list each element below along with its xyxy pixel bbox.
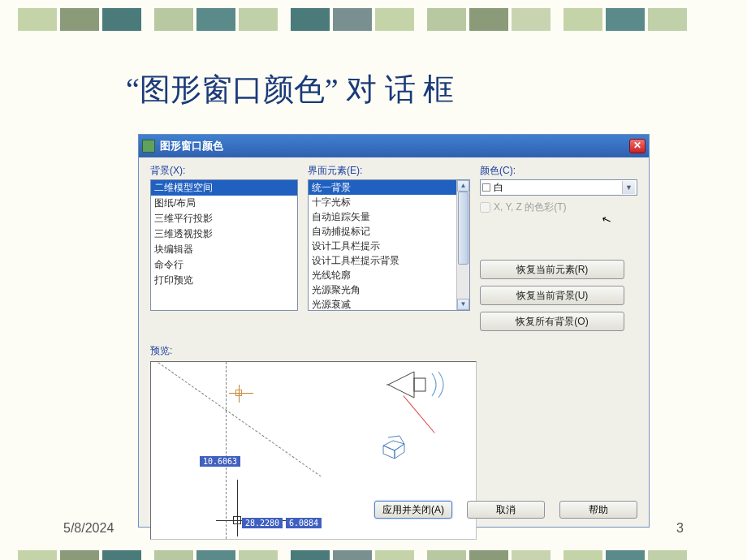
list-item[interactable]: 打印预览 [151,273,297,288]
restore-current-context-button[interactable]: 恢复当前背景(U) [480,286,624,305]
xyz-tint-checkbox [480,202,490,213]
list-item[interactable]: 光源衰减 [309,297,456,310]
svg-marker-0 [388,372,414,398]
element-list-scrollbar[interactable]: ▲ ▼ [456,180,469,310]
list-item[interactable]: 三维透视投影 [151,226,297,242]
list-item[interactable]: 光线轮廓 [309,268,456,282]
context-label: 背景(X): [150,164,298,178]
slide-page-number: 3 [676,521,684,536]
list-item[interactable]: 统一背景 [309,180,456,195]
help-button[interactable]: 帮助 [559,501,637,519]
list-item[interactable]: 三维平行投影 [151,211,297,226]
svg-rect-2 [414,378,425,391]
svg-marker-4 [383,446,395,459]
svg-line-6 [388,436,399,437]
color-selected-value: 白 [494,181,503,195]
restore-all-contexts-button[interactable]: 恢复所有背景(O) [480,312,624,331]
list-item[interactable]: 块编辑器 [151,242,297,257]
dialog-titlebar[interactable]: 图形窗口颜色 ✕ [139,135,649,157]
list-item[interactable]: 十字光标 [309,195,456,209]
preview-coord-value: 28.2280 [242,518,283,528]
scroll-thumb[interactable] [458,192,468,265]
app-icon [142,140,155,153]
preview-cube-icon [380,431,412,459]
xyz-tint-label: X, Y, Z 的色彩(T) [494,200,567,214]
slide-title: “图形窗口颜色” 对 话 框 [126,69,454,110]
scroll-down-arrow[interactable]: ▼ [457,299,469,310]
drawing-window-colors-dialog: 图形窗口颜色 ✕ 背景(X): 二维模型空间 图纸/布局 三维平行投影 三维透视… [138,134,650,528]
preview-camera-icon [386,367,460,403]
xyz-tint-checkbox-row: X, Y, Z 的色彩(T) [480,200,637,214]
list-item[interactable]: 设计工具栏提示 [309,239,456,253]
dialog-title: 图形窗口颜色 [160,139,223,153]
list-item[interactable]: 自动捕捉标记 [309,224,456,239]
list-item[interactable]: 图纸/布局 [151,196,297,211]
slide-bottom-decoration [0,550,747,560]
preview-label: 预览: [150,344,637,358]
list-item[interactable]: 设计工具栏提示背景 [309,253,456,268]
close-button[interactable]: ✕ [629,139,646,153]
context-listbox[interactable]: 二维模型空间 图纸/布局 三维平行投影 三维透视投影 块编辑器 命令行 打印预览 [150,179,298,311]
restore-current-element-button[interactable]: 恢复当前元素(R) [480,260,624,279]
color-label: 颜色(C): [480,164,637,178]
list-item[interactable]: 二维模型空间 [151,180,297,196]
slide-top-decoration [0,8,747,34]
list-item[interactable]: 命令行 [151,257,297,273]
element-label: 界面元素(E): [308,164,470,178]
element-listbox[interactable]: 统一背景 十字光标 自动追踪矢量 自动捕捉标记 设计工具栏提示 设计工具栏提示背… [308,179,470,311]
list-item[interactable]: 自动追踪矢量 [309,209,456,224]
svg-marker-5 [395,444,404,459]
color-swatch-icon [482,183,490,192]
chevron-down-icon[interactable]: ▼ [622,181,635,194]
cancel-button[interactable]: 取消 [467,501,545,519]
preview-coord-value: 6.0884 [286,518,322,528]
color-dropdown[interactable]: 白 ▼ [480,179,637,196]
slide-footer-date: 5/8/2024 [63,521,114,536]
list-item[interactable]: 光源聚光角 [309,282,456,297]
apply-and-close-button[interactable]: 应用并关闭(A) [374,501,452,519]
preview-coord-value: 10.6063 [200,456,240,467]
scroll-up-arrow[interactable]: ▲ [457,180,469,192]
